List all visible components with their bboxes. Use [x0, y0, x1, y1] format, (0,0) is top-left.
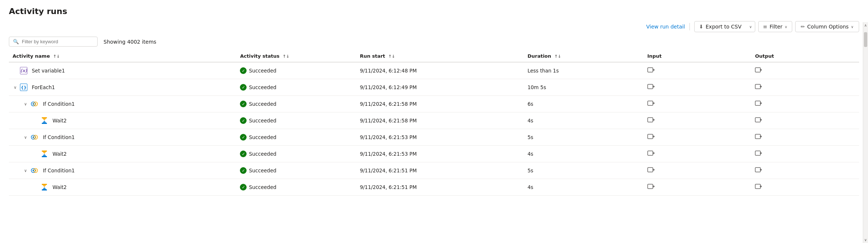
activity-name-text: If Condition1 [43, 134, 75, 140]
output-icon[interactable] [755, 117, 762, 125]
cell-duration: 6s [524, 96, 644, 112]
activity-name-cell: ∨ If Condition1 [13, 166, 233, 175]
export-chevron[interactable]: ∨ [746, 23, 755, 31]
cell-input[interactable] [644, 96, 752, 112]
cell-output[interactable] [751, 179, 859, 196]
cell-output[interactable] [751, 62, 859, 79]
scroll-track[interactable] [863, 28, 868, 237]
view-run-detail-link[interactable]: View run detail [646, 24, 685, 30]
output-icon[interactable] [755, 84, 762, 92]
table-row: ∨ If Condition1 ✓ Succeeded 9/11/2024, 6… [9, 162, 859, 179]
column-options-chevron-icon: ∨ [851, 25, 854, 29]
search-box[interactable]: 🔍 [9, 37, 98, 47]
run-start-text: 9/11/2024, 6:21:53 PM [360, 151, 417, 157]
cell-name: ∨{}ForEach1 [9, 79, 236, 96]
toolbar-divider-1 [689, 23, 690, 30]
input-icon[interactable] [647, 167, 655, 175]
cell-input[interactable] [644, 129, 752, 146]
cell-input[interactable] [644, 162, 752, 179]
status-text: Succeeded [249, 168, 276, 173]
cell-status: ✓ Succeeded [236, 162, 356, 179]
ifcondition-icon [30, 100, 38, 108]
col-duration-sort-icon[interactable]: ↑↓ [555, 54, 561, 59]
column-options-btn[interactable]: ✏ Column Options ∨ [795, 21, 859, 32]
col-status-sort-icon[interactable]: ↑↓ [283, 54, 289, 59]
status-cell: ✓ Succeeded [240, 117, 352, 124]
export-to-csv-btn[interactable]: ⬇ Export to CSV ∨ [694, 21, 755, 32]
col-header-name[interactable]: Activity name ↑↓ [9, 50, 236, 62]
collapse-btn[interactable]: ∨ [23, 168, 28, 173]
cell-output[interactable] [751, 162, 859, 179]
table-row: Wait2 ✓ Succeeded 9/11/2024, 6:21:51 PM4… [9, 179, 859, 196]
output-icon[interactable] [755, 134, 762, 142]
duration-text: 10m 5s [528, 84, 546, 90]
cell-duration: 4s [524, 112, 644, 129]
col-header-runstart[interactable]: Run start ↑↓ [356, 50, 524, 62]
svg-rect-32 [648, 184, 653, 189]
input-icon[interactable] [647, 134, 655, 142]
status-success-icon: ✓ [240, 151, 247, 157]
activity-name-cell: ∨ If Condition1 [13, 100, 233, 108]
status-success-icon: ✓ [240, 67, 247, 74]
input-icon[interactable] [647, 117, 655, 125]
collapse-btn[interactable]: ∨ [23, 101, 28, 107]
scrollbar-right[interactable]: ∧ ∨ [863, 22, 868, 243]
svg-rect-8 [648, 101, 653, 105]
duration-text: 5s [528, 134, 533, 140]
output-icon[interactable] [755, 184, 762, 192]
status-success-icon: ✓ [240, 84, 247, 91]
svg-rect-3 [755, 84, 760, 89]
input-icon[interactable] [647, 151, 655, 158]
col-header-status[interactable]: Activity status ↑↓ [236, 50, 356, 62]
collapse-btn[interactable]: ∨ [13, 85, 18, 90]
cell-duration: 5s [524, 162, 644, 179]
run-start-text: 9/11/2024, 6:21:58 PM [360, 101, 417, 107]
status-cell: ✓ Succeeded [240, 184, 352, 190]
filter-btn[interactable]: ≡ Filter ∨ [758, 21, 792, 32]
cell-output[interactable] [751, 146, 859, 162]
search-input[interactable] [22, 39, 94, 44]
cell-output[interactable] [751, 129, 859, 146]
scroll-up-arrow[interactable]: ∧ [863, 22, 868, 28]
wait-icon [41, 183, 48, 191]
cell-output[interactable] [751, 112, 859, 129]
output-icon[interactable] [755, 167, 762, 175]
cell-input[interactable] [644, 79, 752, 96]
col-header-duration[interactable]: Duration ↑↓ [524, 50, 644, 62]
output-icon[interactable] [755, 101, 762, 108]
cell-input[interactable] [644, 62, 752, 79]
filter-label: Filter [770, 24, 783, 30]
cell-name: Wait2 [9, 179, 236, 196]
showing-items-label: Showing 4002 items [104, 39, 156, 45]
cell-status: ✓ Succeeded [236, 179, 356, 196]
collapse-btn[interactable]: ∨ [23, 135, 28, 140]
cell-input[interactable] [644, 146, 752, 162]
cell-status: ✓ Succeeded [236, 146, 356, 162]
input-icon[interactable] [647, 101, 655, 108]
input-icon[interactable] [647, 84, 655, 92]
status-text: Succeeded [249, 134, 276, 140]
cell-name: (x)Set variable1 [9, 62, 236, 79]
scroll-thumb[interactable] [864, 32, 867, 47]
cell-input[interactable] [644, 112, 752, 129]
status-success-icon: ✓ [240, 134, 247, 141]
cell-input[interactable] [644, 179, 752, 196]
col-name-sort-icon[interactable]: ↑↓ [53, 54, 60, 59]
cell-output[interactable] [751, 96, 859, 112]
cell-status: ✓ Succeeded [236, 62, 356, 79]
cell-name: ∨ If Condition1 [9, 162, 236, 179]
output-icon[interactable] [755, 151, 762, 158]
duration-text: 5s [528, 168, 533, 173]
scroll-down-arrow[interactable]: ∨ [863, 237, 868, 243]
cell-run-start: 9/11/2024, 6:21:53 PM [356, 129, 524, 146]
input-icon[interactable] [647, 67, 655, 75]
cell-output[interactable] [751, 79, 859, 96]
status-text: Succeeded [249, 84, 276, 90]
activity-name-text: Wait2 [52, 151, 67, 157]
filter-row: 🔍 Showing 4002 items [9, 37, 859, 47]
status-cell: ✓ Succeeded [240, 134, 352, 141]
output-icon[interactable] [755, 67, 762, 75]
col-runstart-sort-icon[interactable]: ↑↓ [388, 54, 395, 59]
export-to-csv-main[interactable]: ⬇ Export to CSV [695, 21, 746, 32]
input-icon[interactable] [647, 184, 655, 192]
